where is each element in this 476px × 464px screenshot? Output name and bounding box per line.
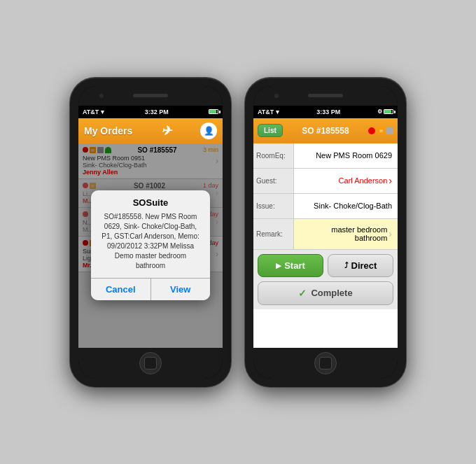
- phone1-status-bar: AT&T ▾ 3:32 PM: [78, 106, 223, 118]
- status-right: [209, 109, 218, 114]
- detail-header-icons: ✉: [368, 127, 393, 134]
- guest-row[interactable]: Guest: Carl Anderson ›: [253, 169, 398, 194]
- checkmark-icon: ✓: [298, 288, 307, 299]
- issue-value: Sink- Choke/Clog-Bath: [294, 194, 398, 218]
- phone2-bottom-bar: [253, 348, 398, 379]
- roomEq-row: RoomEq: New PMS Room 0629: [253, 143, 398, 169]
- dialog-buttons: Cancel View: [91, 278, 210, 300]
- roomEq-value: New PMS Room 0629: [294, 143, 398, 168]
- camera-dot: [99, 94, 104, 98]
- complete-label: Complete: [311, 288, 352, 298]
- status-left: AT&T ▾: [258, 108, 279, 115]
- guest-label: Guest:: [253, 169, 294, 193]
- guest-value: Carl Anderson ›: [294, 169, 398, 193]
- dialog-cancel-button[interactable]: Cancel: [91, 279, 151, 300]
- phone2-screen: AT&T ▾ 3:33 PM ⚙ List SO #185558 ✉: [253, 106, 398, 348]
- order-list: ✉ SO #185557 3 min New PMS Room 0951 Sin…: [78, 143, 223, 348]
- camera-dot: [274, 94, 279, 98]
- complete-button[interactable]: ✓ Complete: [258, 281, 393, 305]
- home-button-inner: [144, 357, 157, 370]
- settings-icon: ⚙: [377, 108, 382, 115]
- phone1-bottom-bar: [78, 348, 223, 379]
- dialog-title: SOSuite: [91, 190, 210, 211]
- phone1: AT&T ▾ 3:32 PM My Orders ✈ 👤: [70, 78, 231, 387]
- status-right: ⚙: [377, 108, 393, 115]
- start-label: Start: [284, 260, 305, 271]
- home-button[interactable]: [139, 352, 162, 374]
- remark-text: master bedroom bathroom: [300, 225, 387, 242]
- battery-icon: [384, 109, 393, 114]
- remark-row[interactable]: Remark: master bedroom bathroom ›: [253, 219, 398, 250]
- wifi-icon: ▾: [276, 108, 279, 115]
- wifi-icon: ▾: [101, 108, 104, 115]
- guest-name: Carl Anderson: [339, 176, 388, 185]
- phone1-screen: AT&T ▾ 3:32 PM My Orders ✈ 👤: [78, 106, 223, 348]
- battery-icon: [209, 109, 218, 114]
- my-orders-title: My Orders: [84, 125, 132, 136]
- action-buttons: ▶ Start ⤴ Direct: [253, 250, 398, 281]
- phone2: AT&T ▾ 3:33 PM ⚙ List SO #185558 ✉: [245, 78, 406, 387]
- remark-value: master bedroom bathroom ›: [294, 219, 398, 249]
- remark-label: Remark:: [253, 219, 294, 249]
- roomEq-label: RoomEq:: [253, 143, 294, 168]
- list-button[interactable]: List: [258, 124, 283, 137]
- dialog-box: SOSuite SO#185558. New PMS Room 0629, Si…: [91, 190, 210, 300]
- red-dot-icon: [368, 127, 375, 134]
- info-icon: [386, 127, 393, 134]
- time-text: 3:33 PM: [316, 108, 340, 115]
- home-button[interactable]: [314, 352, 337, 374]
- time-text: 3:32 PM: [145, 108, 169, 115]
- phone1-header: My Orders ✈ 👤: [78, 118, 223, 143]
- home-button-inner: [319, 357, 332, 370]
- dialog-overlay: SOSuite SO#185558. New PMS Room 0629, Si…: [78, 143, 223, 348]
- play-icon: ▶: [276, 262, 281, 269]
- chevron-right-icon: ›: [388, 228, 392, 239]
- dialog-view-button[interactable]: View: [151, 279, 211, 300]
- header-avatar[interactable]: 👤: [200, 122, 217, 139]
- phone-icon: ✉: [377, 127, 384, 134]
- detail-header: List SO #185558 ✉: [253, 118, 398, 143]
- detail-body: RoomEq: New PMS Room 0629 Guest: Carl An…: [253, 143, 398, 309]
- phone2-status-bar: AT&T ▾ 3:33 PM ⚙: [253, 106, 398, 118]
- carrier-text: AT&T: [83, 108, 99, 115]
- phone2-top-bar: [253, 86, 398, 106]
- phone1-top-bar: [78, 86, 223, 106]
- speaker: [308, 94, 343, 97]
- dialog-message: SO#185558. New PMS Room 0629, Sink- Chok…: [91, 211, 210, 278]
- direct-label: Direct: [351, 260, 377, 271]
- start-button[interactable]: ▶ Start: [258, 254, 323, 277]
- direct-button[interactable]: ⤴ Direct: [328, 254, 393, 277]
- issue-row: Issue: Sink- Choke/Clog-Bath: [253, 194, 398, 219]
- status-left: AT&T ▾: [83, 108, 104, 115]
- share-icon: ⤴: [344, 261, 349, 269]
- chevron-right-icon: ›: [388, 175, 392, 186]
- so-title: SO #185558: [286, 126, 365, 136]
- speaker: [133, 94, 168, 97]
- header-logo: ✈: [161, 123, 172, 139]
- carrier-text: AT&T: [258, 108, 274, 115]
- issue-label: Issue:: [253, 194, 294, 218]
